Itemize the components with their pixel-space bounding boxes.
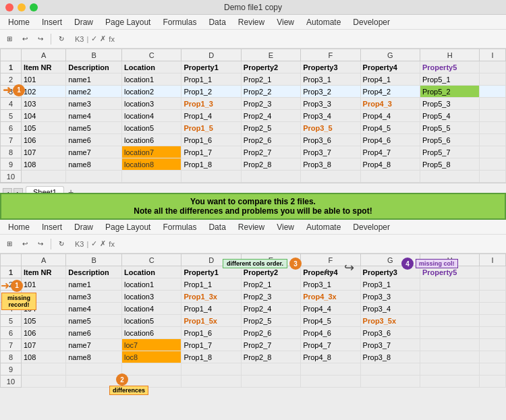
cell-c1[interactable]: Location <box>122 61 181 73</box>
menu-draw[interactable]: Draw <box>69 16 99 28</box>
col-header-ba[interactable]: A <box>21 254 65 266</box>
cell-bc6[interactable]: location6 <box>122 327 181 339</box>
menu-automate-b[interactable]: Automate <box>301 221 346 233</box>
toolbar-btn-4[interactable]: ↻ <box>55 32 68 46</box>
cell-ba2[interactable]: 101 <box>21 278 65 291</box>
cell-bc2[interactable]: location1 <box>122 278 181 291</box>
cell-e4[interactable]: Prop2_3 <box>241 98 300 110</box>
nav-next[interactable]: ▸ <box>13 188 23 193</box>
menu-page-layout-b[interactable]: Page Layout <box>100 221 156 233</box>
toolbar-btn-1[interactable]: ⊞ <box>3 32 16 46</box>
cell-bd8[interactable]: Prop1_8 <box>181 351 241 363</box>
col-header-bc[interactable]: C <box>122 254 181 266</box>
cell-g7[interactable]: Prop4_6 <box>360 134 420 146</box>
menu-automate[interactable]: Automate <box>301 16 346 28</box>
cell-c9[interactable]: location8 <box>122 158 181 171</box>
cell-ba6[interactable]: 106 <box>21 327 65 339</box>
menu-insert-b[interactable]: Insert <box>36 221 67 233</box>
cell-d6[interactable]: Prop1_5 <box>181 122 241 134</box>
col-header-bi[interactable]: I <box>480 254 506 266</box>
cell-bg4[interactable]: Prop3_4 <box>360 303 420 315</box>
cell-bd5[interactable]: Prop1_5x <box>181 315 241 327</box>
menu-developer-b[interactable]: Developer <box>347 221 395 233</box>
cell-bb7[interactable]: name7 <box>66 339 122 351</box>
toolbar-btn-b2[interactable]: ↩ <box>18 237 32 251</box>
cell-bg3[interactable]: Prop3_3 <box>360 291 420 303</box>
cell-g4[interactable]: Prop4_3 <box>360 98 420 110</box>
cell-f9[interactable]: Prop3_8 <box>301 158 360 171</box>
cell-a6[interactable]: 105 <box>21 122 65 134</box>
cell-c8[interactable]: location7 <box>122 146 181 158</box>
col-header-h[interactable]: H <box>420 49 479 61</box>
cell-d3[interactable]: Prop1_2 <box>181 86 241 98</box>
col-header-b[interactable]: B <box>66 49 122 61</box>
cell-bd6[interactable]: Prop1_6 <box>181 327 241 339</box>
cell-d9[interactable]: Prop1_8 <box>181 158 241 171</box>
cell-ba5[interactable]: 105 <box>21 315 65 327</box>
col-header-f[interactable]: F <box>301 49 360 61</box>
cell-bc3[interactable]: location3 <box>122 291 181 303</box>
cell-bb4[interactable]: name4 <box>66 303 122 315</box>
cell-be4[interactable]: Prop2_4 <box>241 303 300 315</box>
cell-f5[interactable]: Prop3_4 <box>301 110 360 122</box>
cell-a2[interactable]: 101 <box>21 73 65 86</box>
cell-e5[interactable]: Prop2_4 <box>241 110 300 122</box>
cell-bg6[interactable]: Prop3_6 <box>360 327 420 339</box>
cell-f1[interactable]: Property3 <box>301 61 360 73</box>
cell-h7[interactable]: Prop5_6 <box>420 134 479 146</box>
cell-bf7[interactable]: Prop4_7 <box>301 339 360 351</box>
cell-g8[interactable]: Prop4_7 <box>360 146 420 158</box>
cell-be6[interactable]: Prop2_6 <box>241 327 300 339</box>
cell-be3[interactable]: Prop2_3 <box>241 291 300 303</box>
cell-bd7[interactable]: Prop1_7 <box>181 339 241 351</box>
cell-e3[interactable]: Prop2_2 <box>241 86 300 98</box>
cell-a1[interactable]: Item NR <box>21 61 65 73</box>
cell-g3[interactable]: Prop4_2 <box>360 86 420 98</box>
cell-d4[interactable]: Prop1_3 <box>181 98 241 110</box>
cell-bg7[interactable]: Prop3_7 <box>360 339 420 351</box>
col-header-i[interactable]: I <box>480 49 506 61</box>
cell-g1[interactable]: Property4 <box>360 61 420 73</box>
cell-bf6[interactable]: Prop4_6 <box>301 327 360 339</box>
cell-b8[interactable]: name7 <box>66 146 122 158</box>
col-header-e[interactable]: E <box>241 49 300 61</box>
cell-e6[interactable]: Prop2_5 <box>241 122 300 134</box>
cell-d8[interactable]: Prop1_7 <box>181 146 241 158</box>
col-header-g[interactable]: G <box>360 49 420 61</box>
nav-prev[interactable]: ◂ <box>3 188 12 193</box>
cell-c7[interactable]: location6 <box>122 134 181 146</box>
cell-g6[interactable]: Prop4_5 <box>360 122 420 134</box>
cell-e2[interactable]: Prop2_1 <box>241 73 300 86</box>
cell-b7[interactable]: name6 <box>66 134 122 146</box>
menu-developer[interactable]: Developer <box>347 16 395 28</box>
cell-h6[interactable]: Prop5_5 <box>420 122 479 134</box>
cell-c4[interactable]: location3 <box>122 98 181 110</box>
cell-h5[interactable]: Prop5_4 <box>420 110 479 122</box>
cell-a7[interactable]: 106 <box>21 134 65 146</box>
cell-a4[interactable]: 103 <box>21 98 65 110</box>
cell-bb1[interactable]: Description <box>66 266 122 278</box>
cell-h4[interactable]: Prop5_3 <box>420 98 479 110</box>
col-header-a[interactable]: A <box>21 49 65 61</box>
cell-f7[interactable]: Prop3_6 <box>301 134 360 146</box>
cell-e1[interactable]: Property2 <box>241 61 300 73</box>
cell-bb6[interactable]: name6 <box>66 327 122 339</box>
cell-a3[interactable]: 102 <box>21 86 65 98</box>
cell-h1[interactable]: Property5 <box>420 61 479 73</box>
cell-d1[interactable]: Property1 <box>181 61 241 73</box>
cell-ba7[interactable]: 107 <box>21 339 65 351</box>
window-controls[interactable] <box>5 3 38 11</box>
col-header-d[interactable]: D <box>181 49 241 61</box>
cell-bf4[interactable]: Prop4_4 <box>301 303 360 315</box>
menu-draw-b[interactable]: Draw <box>69 221 99 233</box>
cell-f6[interactable]: Prop3_5 <box>301 122 360 134</box>
cell-d5[interactable]: Prop1_4 <box>181 110 241 122</box>
cell-d7[interactable]: Prop1_6 <box>181 134 241 146</box>
col-header-bb[interactable]: B <box>66 254 122 266</box>
cell-b9[interactable]: name8 <box>66 158 122 171</box>
cell-d2[interactable]: Prop1_1 <box>181 73 241 86</box>
cell-bg2[interactable]: Prop3_1 <box>360 278 420 291</box>
cell-c6[interactable]: location5 <box>122 122 181 134</box>
cell-f2[interactable]: Prop3_1 <box>301 73 360 86</box>
cell-bg5[interactable]: Prop3_5x <box>360 315 420 327</box>
